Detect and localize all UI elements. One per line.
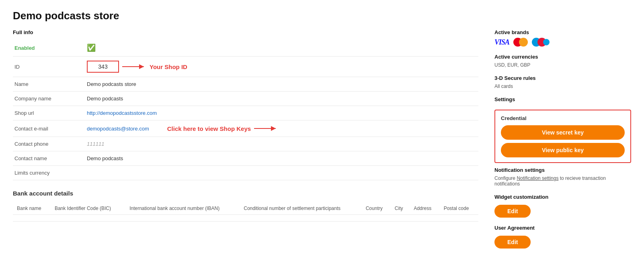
table-row-shopurl: Shop url http://demopodcastsstore.com: [13, 106, 478, 120]
name-label: Name: [13, 77, 85, 92]
bank-col-address: Address: [410, 202, 440, 215]
shopurl-label: Shop url: [13, 106, 85, 120]
left-panel: Full info Enabled ✅ ID: [13, 29, 478, 256]
visa-logo: VISA: [494, 38, 509, 47]
table-row-contact-name: Contact name Demo podcasts: [13, 151, 478, 166]
enabled-label: Enabled: [14, 45, 35, 51]
mc-yellow-circle: [519, 38, 528, 47]
table-row-enabled: Enabled ✅: [13, 39, 478, 57]
limits-currency-value: [85, 166, 478, 180]
bank-address-cell: [410, 215, 440, 222]
active-currencies-section: Active currencies USD, EUR, GBP: [494, 54, 631, 68]
phone-value: 111111: [87, 141, 104, 147]
user-agreement-section: User Agreement Edit: [494, 225, 631, 249]
bank-city-cell: [391, 215, 410, 222]
secure-rules-label: 3-D Secure rules: [494, 75, 631, 81]
settings-label: Settings: [494, 96, 631, 102]
bank-section-title: Bank account details: [13, 190, 478, 197]
bank-col-bic: Bank Identifier Code (BIC): [51, 202, 125, 215]
view-secret-key-button[interactable]: View secret key: [501, 125, 625, 140]
widget-customization-label: Widget customization: [494, 194, 631, 200]
view-public-key-button[interactable]: View public key: [501, 143, 625, 157]
contact-email-link[interactable]: demopodcasts@store.com: [87, 126, 149, 132]
bank-col-name: Bank name: [13, 202, 51, 215]
main-layout: Full info Enabled ✅ ID: [13, 29, 631, 256]
active-brands-label: Active brands: [494, 29, 631, 35]
user-agreement-edit-button[interactable]: Edit: [494, 236, 531, 249]
maestro-logo: [532, 38, 550, 47]
brands-row: VISA: [494, 38, 631, 47]
bank-cond-cell: [240, 215, 361, 222]
secure-rules-section: 3-D Secure rules All cards: [494, 75, 631, 89]
active-currencies-label: Active currencies: [494, 54, 631, 60]
shop-keys-annotation: Click here to view Shop Keys: [167, 125, 251, 132]
active-currencies-value: USD, EUR, GBP: [494, 62, 631, 68]
table-row-company: Company name Demo podcasts: [13, 92, 478, 106]
bank-bic-cell: [51, 215, 125, 222]
table-row-name: Name Demo podcasts store: [13, 77, 478, 92]
table-row-limits-currency: Limits currency: [13, 166, 478, 180]
email-label: Contact e-mail: [13, 120, 85, 137]
notification-settings-link[interactable]: Notification settings: [517, 175, 558, 181]
info-table: Enabled ✅ ID 343: [13, 39, 478, 180]
active-brands-section: Active brands VISA: [494, 29, 631, 47]
bank-country-cell: [362, 215, 391, 222]
credential-title: Credential: [501, 115, 625, 121]
bank-col-cond: Conditional number of settlement partici…: [240, 202, 361, 215]
mastercard-logo: [513, 38, 528, 47]
limits-currency-label: Limits currency: [13, 166, 85, 180]
full-info-title: Full info: [13, 29, 478, 35]
notification-settings-section: Notification settings Configure Notifica…: [494, 167, 631, 187]
bank-col-postal: Postal code: [440, 202, 478, 215]
table-row-id: ID 343: [13, 57, 478, 77]
secure-rules-value: All cards: [494, 84, 631, 89]
name-value: Demo podcasts store: [85, 77, 478, 92]
bank-name-cell: [13, 215, 51, 222]
bank-col-city: City: [391, 202, 410, 215]
table-row-email: Contact e-mail demopodcasts@store.com Cl…: [13, 120, 478, 137]
notification-configure-text: Configure: [494, 175, 517, 181]
arrow-right-icon: [122, 63, 146, 71]
credential-box: Credential View secret key View public k…: [494, 110, 631, 163]
id-annotation-row: 343 Your Shop ID: [87, 61, 477, 73]
settings-section: Settings: [494, 96, 631, 102]
bank-table: Bank name Bank Identifier Code (BIC) Int…: [13, 202, 478, 222]
table-row-phone: Contact phone 111111: [13, 137, 478, 151]
id-field-label: ID: [13, 57, 85, 77]
check-icon: ✅: [87, 44, 96, 52]
shop-url-link[interactable]: http://demopodcastsstore.com: [87, 110, 157, 116]
bank-table-row: [13, 215, 478, 222]
widget-customization-section: Widget customization Edit: [494, 194, 631, 218]
widget-edit-button[interactable]: Edit: [494, 205, 531, 218]
notification-settings-label: Notification settings: [494, 167, 631, 173]
bank-table-header: Bank name Bank Identifier Code (BIC) Int…: [13, 202, 478, 215]
user-agreement-label: User Agreement: [494, 225, 631, 231]
notification-settings-text: Configure Notification settings to recie…: [494, 175, 631, 187]
bank-col-country: Country: [362, 202, 391, 215]
arrow-keys-icon: [254, 124, 278, 132]
contact-name-value: Demo podcasts: [85, 151, 478, 166]
company-label: Company name: [13, 92, 85, 106]
contact-name-label: Contact name: [13, 151, 85, 166]
bank-col-iban: International bank account number (IBAN): [125, 202, 240, 215]
company-value: Demo podcasts: [85, 92, 478, 106]
page-title: Demo podcasts store: [13, 10, 631, 22]
mae-lightblue-circle: [543, 39, 550, 45]
bank-iban-cell: [125, 215, 240, 222]
email-annotation-row: demopodcasts@store.com Click here to vie…: [87, 124, 477, 132]
bank-postal-cell: [440, 215, 478, 222]
shop-id-value: 343: [87, 61, 119, 73]
phone-label: Contact phone: [13, 137, 85, 151]
shop-id-annotation: Your Shop ID: [150, 63, 187, 70]
page-container: Demo podcasts store Full info Enabled ✅ …: [0, 0, 644, 265]
right-panel: Active brands VISA Active currenc: [494, 29, 631, 256]
